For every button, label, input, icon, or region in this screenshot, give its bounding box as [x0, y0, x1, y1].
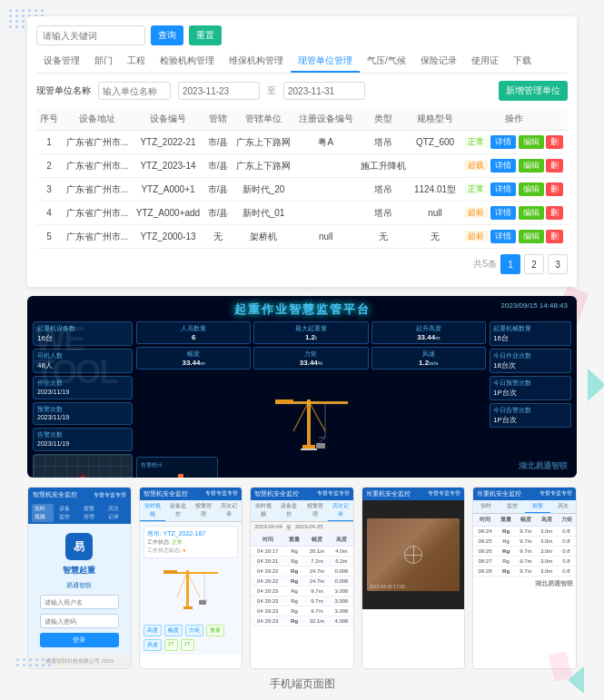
edit-btn-3[interactable]: 详情 — [490, 182, 516, 196]
monitor-center-top: 人员数量 6 最大起重量 1.2t 起升高度 33.44m — [136, 321, 486, 370]
ms5-row: 09:28 Rg 9.7m 3.0m 0.8 — [473, 567, 576, 577]
svg-rect-0 — [307, 399, 311, 445]
monitor-date: 2023/09/15 14:48:43 — [501, 301, 568, 310]
view-btn-2[interactable]: 编辑 — [519, 159, 544, 173]
ms4-crosshair — [404, 546, 422, 564]
tab-device-mgmt[interactable]: 设备管理 — [36, 51, 87, 73]
tab-unit-mgmt[interactable]: 现管单位管理 — [291, 51, 360, 73]
col-status: 操作 — [460, 108, 568, 131]
crane-svg — [266, 390, 357, 454]
ms1-login-button[interactable]: 登录 — [40, 633, 119, 647]
del-btn-1[interactable]: 删 — [546, 135, 563, 149]
query-button[interactable]: 查询 — [151, 25, 183, 45]
ms2-stat-height: 高度 — [144, 625, 162, 636]
ms5-tab-his[interactable]: 历次 — [550, 500, 576, 513]
ms1-nav: 实时视频 设备监控 报警管理 历次记录 — [28, 502, 131, 524]
ms2-body: 塔吊: YTZ_2022-187 工作状态: 正常 工作状态标志: ● — [140, 522, 243, 655]
svg-rect-7 — [302, 445, 315, 449]
ms2-header: 智慧机安全监控 专督专监专管 — [140, 488, 243, 500]
stat-right-today-warn: 今日预警次数 1P台次 — [490, 376, 571, 400]
tab-dept[interactable]: 部门 — [87, 51, 120, 73]
ms3-tab-monitor[interactable]: 设备监控 — [276, 500, 302, 521]
table-row: 2 广东省广州市... YTZ_2023-14 市/县 广东上下路网 施工升降机… — [36, 154, 568, 178]
ms2-tab-monitor[interactable]: 设备监控 — [165, 500, 191, 521]
ms5-tab-rt[interactable]: 实时 — [473, 500, 499, 513]
edit-btn-2[interactable]: 详情 — [490, 159, 516, 173]
map-grid — [34, 455, 132, 478]
table-row: 5 广东省广州市... YTZ_2000-13 无 架桥机 null 无 无 超… — [36, 225, 568, 249]
view-btn-5[interactable]: 编辑 — [519, 230, 544, 243]
ms1-nav-realtime[interactable]: 实时视频 — [32, 504, 54, 522]
ms5-tab-mon[interactable]: 监控 — [500, 500, 525, 513]
ms1-header: 智慧机安全监控 专督专监专管 — [28, 488, 131, 502]
date-end-input[interactable] — [283, 82, 365, 100]
stat-height: 起升高度 33.44m — [371, 321, 486, 344]
tab-project[interactable]: 工程 — [120, 51, 153, 73]
filter-label: 现管单位名称 — [36, 84, 91, 97]
col-num: 序号 — [36, 108, 62, 131]
stat-alarms: 告警次数 2023/11/19 — [33, 428, 133, 451]
edit-btn-5[interactable]: 详情 — [490, 230, 516, 243]
view-btn-3[interactable]: 编辑 — [519, 182, 544, 196]
ms2-status-row: 高度 幅度 力矩 重量 风速 1T 1T — [144, 625, 239, 651]
monitor-body: 起重机设备数 16台 司机人数 48人 作业次数 2023/11/19 预警次数… — [27, 321, 577, 478]
del-btn-5[interactable]: 删 — [546, 230, 563, 243]
ms2-tab-history[interactable]: 历次记录 — [216, 500, 242, 521]
svg-rect-8 — [301, 449, 317, 450]
tab-maintenance[interactable]: 维保机构管理 — [222, 51, 291, 73]
edit-btn-1[interactable]: 详情 — [490, 135, 516, 149]
ms1-nav-alarm[interactable]: 报警管理 — [81, 504, 103, 522]
add-unit-button[interactable]: 新增管理单位 — [499, 81, 568, 101]
ms5-header: 吊重机安全监控 专督专监专管 — [473, 488, 576, 500]
mobile-screen-login: 智慧机安全监控 专督专监专管 实时视频 设备监控 报警管理 历次记录 易 智慧起… — [27, 487, 132, 669]
tab-inspection[interactable]: 检验机构管理 — [153, 51, 222, 73]
reset-button[interactable]: 重置 — [189, 25, 222, 45]
page-btn-3[interactable]: 3 — [548, 254, 568, 274]
chart-bars — [141, 471, 213, 478]
ms5-row: 09:26 Rg 9.7m 3.0m 0.8 — [473, 547, 576, 557]
admin-search-input[interactable] — [36, 25, 145, 45]
ms2-stat-t2: 1T — [181, 639, 194, 651]
ms1-nav-history[interactable]: 历次记录 — [105, 504, 127, 522]
tab-gas[interactable]: 气压/气候 — [360, 51, 413, 73]
filter-input[interactable] — [98, 82, 171, 100]
tab-cert[interactable]: 使用证 — [464, 51, 506, 73]
tab-download[interactable]: 下载 — [506, 51, 539, 73]
del-btn-4[interactable]: 删 — [546, 206, 563, 220]
tab-insurance[interactable]: 保险记录 — [413, 51, 464, 73]
ms1-username-input[interactable] — [40, 595, 119, 609]
monitor-center: 人员数量 6 最大起重量 1.2t 起升高度 33.44m — [136, 321, 486, 478]
edit-btn-4[interactable]: 详情 — [490, 206, 516, 220]
table-row: 3 广东省广州市... YTZ_A000+1 市/县 新时代_20 塔吊 112… — [36, 178, 568, 202]
stat-torque: 力矩 33.44% — [253, 347, 368, 370]
ms2-tab-alarm[interactable]: 报警管理 — [191, 500, 216, 521]
ms2-tabs: 实时视频 设备监控 报警管理 历次记录 — [140, 500, 243, 522]
svg-rect-14 — [163, 570, 177, 574]
ms2-stat-wind: 风速 — [144, 639, 162, 651]
svg-rect-6 — [316, 443, 325, 449]
admin-nav-tabs: 设备管理 部门 工程 检验机构管理 维保机构管理 现管单位管理 气压/气候 保险… — [36, 51, 568, 74]
date-separator: 至 — [267, 84, 276, 97]
ms2-stat-weight: 重量 — [206, 625, 224, 636]
page-btn-1[interactable]: 1 — [500, 254, 520, 274]
ms5-watermark: 湖北易通智联 — [473, 577, 576, 591]
svg-line-4 — [319, 438, 325, 443]
view-btn-1[interactable]: 编辑 — [519, 135, 544, 149]
ms3-tab-alarm[interactable]: 报警管理 — [302, 500, 328, 521]
chart-bar-5 — [178, 474, 183, 478]
ms2-tab-realtime[interactable]: 实时视频 — [140, 500, 165, 521]
ms5-tab-rep[interactable]: 报警 — [525, 500, 550, 513]
ms1-password-input[interactable] — [40, 614, 119, 628]
ms3-tab-realtime[interactable]: 实时视频 — [251, 500, 276, 521]
view-btn-4[interactable]: 编辑 — [519, 206, 544, 220]
date-start-input[interactable] — [178, 82, 260, 100]
monitor-panel: WETOOL 起重作业智慧监管平台 2023/09/15 14:48:43 起重… — [27, 296, 577, 478]
ms1-nav-monitor[interactable]: 设备监控 — [56, 504, 78, 522]
del-btn-2[interactable]: 删 — [546, 159, 563, 173]
ms2-crane-image — [144, 561, 239, 625]
ms5-row: 09:24 Rg 9.7m 3.0m 0.8 — [473, 527, 576, 537]
del-btn-3[interactable]: 删 — [546, 182, 563, 196]
ms3-tab-history[interactable]: 历次记录 — [328, 500, 353, 521]
page-btn-2[interactable]: 2 — [524, 254, 544, 274]
ms3-row: 04 20:17 Rg 26.1m 4.0m — [251, 547, 353, 557]
